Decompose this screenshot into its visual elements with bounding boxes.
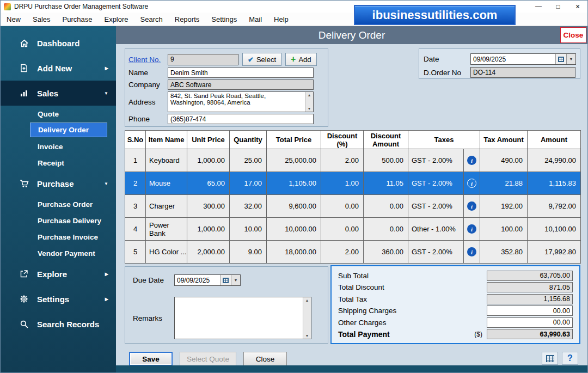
sidebar-item-receipt[interactable]: Receipt [30,155,107,171]
remarks-label: Remarks [133,314,174,322]
info-icon[interactable]: i [467,156,476,165]
order-no-input[interactable] [470,67,575,78]
totals-panel: Sub Total 63,705.00 Total Discount 871.0… [330,265,580,344]
cell-taxes: GST - 2.00% [408,172,464,195]
address-scrollbar[interactable]: ▲ ▼ [305,92,313,112]
save-button[interactable]: Save [129,352,173,366]
sidebar-item-explore[interactable]: Explore ▶ [1,261,116,286]
menu-new[interactable]: New [1,13,27,26]
menu-purchase[interactable]: Purchase [57,13,99,26]
address-input[interactable]: 842, St. Sand Peak Road, Seattle, Washin… [168,92,305,112]
client-panel: Client No. ✔ Select + Add Name Company [125,48,328,127]
cell-disc-amt: 360.00 [364,241,408,264]
add-client-button[interactable]: + Add [285,53,316,66]
close-button[interactable]: Close [560,27,586,43]
calendar-icon[interactable] [220,275,231,285]
main-area: Delivery Order Close Client No. ✔ Select… [116,26,587,365]
select-client-button[interactable]: ✔ Select [242,53,281,66]
scroll-up-icon[interactable]: ▲ [305,298,309,302]
sidebar-item-invoice[interactable]: Invoice [30,138,107,155]
calculator-button[interactable] [542,352,558,365]
cell-amount: 17,992.80 [528,241,581,264]
explore-icon [19,270,29,278]
scroll-up-icon[interactable]: ▲ [308,93,311,97]
sidebar-item-settings[interactable]: Settings ▶ [1,286,116,311]
add-new-icon [19,64,29,72]
remarks-scrollbar[interactable]: ▲ ▼ [303,297,311,339]
brand-banner: ibusinessutilities.com [354,5,516,25]
table-row[interactable]: 1 Keyboard 1,000.00 25.00 25,000.00 2.00… [125,149,581,172]
close-window-icon[interactable]: × [568,1,587,13]
scroll-down-icon[interactable]: ▼ [308,107,311,111]
sidebar-item-purchase-delivery[interactable]: Purchase Delivery [30,212,107,229]
sidebar: Dashboard Add New ▶ Sales ▼ Quote Delive… [1,26,116,372]
menu-reports[interactable]: Reports [169,13,206,26]
phone-input[interactable] [168,114,314,124]
total-discount-label: Total Discount [338,283,384,291]
close-form-button[interactable]: Close [243,352,287,366]
total-tax-label: Total Tax [338,295,367,303]
col-item-name: Item Name [146,131,187,149]
cell-amount: 10,100.00 [528,218,581,241]
menu-settings[interactable]: Settings [205,13,243,26]
window-controls: — □ × [529,1,587,13]
cell-item: Mouse [146,172,187,195]
cell-disc-pct: 0.00 [321,195,364,218]
sidebar-label: Add New [37,64,72,73]
select-quote-button[interactable]: Select Quote [180,352,236,366]
info-icon[interactable]: i [467,247,476,256]
name-input[interactable] [168,68,314,78]
cell-tax-amt: 192.00 [480,195,528,218]
menu-explore[interactable]: Explore [98,13,134,26]
info-icon[interactable]: i [467,201,476,211]
help-button[interactable]: ? [562,352,578,365]
due-date-input[interactable] [175,275,220,285]
sidebar-item-delivery-order[interactable]: Delivery Order [30,123,107,137]
client-no-input[interactable] [168,54,238,65]
phone-label: Phone [128,115,168,123]
maximize-icon[interactable]: □ [548,1,568,13]
gear-icon [19,295,29,303]
table-row[interactable]: 4 Power Bank 1,000.00 10.00 10,000.00 0.… [125,218,581,241]
table-row[interactable]: 3 Charger 300.00 32.00 9,600.00 0.00 0.0… [125,195,581,218]
table-row[interactable]: 5 HG Color ... 2,000.00 9.00 18,000.00 2… [125,241,581,264]
sidebar-item-purchase-order[interactable]: Purchase Order [30,196,107,212]
date-input[interactable] [471,54,555,64]
menu-sales[interactable]: Sales [27,13,57,26]
sidebar-item-quote[interactable]: Quote [30,106,107,122]
due-date-dropdown-icon[interactable]: ▼ [231,275,240,285]
company-input[interactable] [168,80,314,90]
sidebar-label: Purchase [37,179,74,188]
remarks-field: ▲ ▼ [174,297,311,339]
sidebar-item-dashboard[interactable]: Dashboard [1,30,116,56]
date-dropdown-icon[interactable]: ▼ [566,54,575,64]
other-charges-input[interactable] [487,317,573,328]
calendar-icon[interactable] [555,54,566,64]
menu-search[interactable]: Search [134,13,169,26]
cell-tax-amt: 21.88 [480,172,528,195]
cell-unit-price: 1,000.00 [187,149,230,172]
sidebar-item-search-records[interactable]: Search Records [1,311,116,337]
due-date-label: Due Date [133,276,174,284]
sidebar-item-purchase[interactable]: Purchase ▼ [1,171,116,196]
menu-help[interactable]: Help [268,13,295,26]
sidebar-item-add-new[interactable]: Add New ▶ [1,56,116,81]
sidebar-label: Search Records [37,320,99,329]
cell-unit-price: 65.00 [187,172,230,195]
minimize-icon[interactable]: — [529,1,548,13]
sidebar-item-vendor-payment[interactable]: Vendor Payment [30,245,107,261]
client-no-label[interactable]: Client No. [128,56,168,64]
sidebar-item-sales[interactable]: Sales ▼ [1,81,116,106]
menu-mail[interactable]: Mail [243,13,268,26]
table-row-selected[interactable]: 2 Mouse 65.00 17.00 1,105.00 1.00 11.05 … [125,172,581,195]
scroll-down-icon[interactable]: ▼ [305,334,309,338]
sidebar-item-purchase-invoice[interactable]: Purchase Invoice [30,229,107,245]
info-icon[interactable]: i [467,179,476,188]
cell-amount: 9,792.00 [528,195,581,218]
cell-item: Power Bank [146,218,187,241]
check-icon: ✔ [248,56,254,64]
shipping-charges-input[interactable] [487,305,573,316]
remarks-input[interactable] [175,297,303,339]
info-icon[interactable]: i [467,224,476,234]
cell-taxes: GST - 2.00% [408,195,464,218]
